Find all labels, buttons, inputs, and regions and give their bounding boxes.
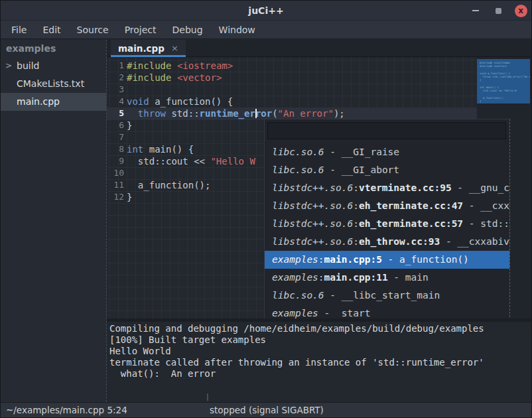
minimap-visible-region: #include <iostream> #include <vector> vo…: [477, 59, 530, 104]
backtrace-item[interactable]: examples:main.cpp:11 - main: [265, 269, 509, 287]
close-button[interactable]: x: [514, 4, 527, 17]
tree-item-label: build: [17, 60, 39, 71]
backtrace-item[interactable]: libstdc++.so.6:eh_terminate.cc:47 - __cx…: [265, 197, 509, 215]
backtrace-item[interactable]: libstdc++.so.6:eh_throw.cc:93 - __cxxabi…: [265, 233, 509, 251]
menu-item-file[interactable]: File: [3, 21, 34, 39]
terminal-output[interactable]: Compiling and debugging /home/eidheim/ex…: [107, 322, 531, 402]
titlebar[interactable]: juCi++ x: [1, 1, 531, 21]
app-window: juCi++ x FileEditSourceProjectDebugWindo…: [0, 0, 532, 418]
tree-item-label: CMakeLists.txt: [17, 78, 84, 89]
code-line-5: throw std::runtime_error("An error");: [127, 107, 345, 119]
tab-label: main.cpp: [118, 43, 165, 54]
editor-pane: main.cpp × 123456789101112 #include <ios…: [107, 40, 531, 402]
code-line-3: [127, 84, 345, 96]
backtrace-item[interactable]: examples:main.cpp:5 - a_function(): [265, 251, 509, 269]
menu-item-source[interactable]: Source: [69, 21, 117, 39]
window-title: juCi++: [1, 1, 531, 21]
line-number-gutter: 123456789101112: [107, 60, 124, 203]
backtrace-search-input[interactable]: [267, 122, 506, 139]
tree-item-label: main.cpp: [17, 96, 60, 107]
status-debug-state: stopped (signal SIGABRT): [210, 403, 324, 417]
tree-item-main-cpp[interactable]: main.cpp: [1, 93, 106, 111]
backtrace-item[interactable]: libc.so.6 - __GI_abort: [265, 161, 509, 179]
close-icon: x: [515, 5, 527, 17]
menu-item-project[interactable]: Project: [117, 21, 165, 39]
minimize-button[interactable]: [469, 4, 482, 17]
paned-handle[interactable]: [207, 393, 208, 401]
tree-item-cmakelists-txt[interactable]: CMakeLists.txt: [1, 75, 106, 93]
backtrace-popup: libc.so.6 - __GI_raiselibc.so.6 - __GI_a…: [264, 119, 510, 318]
menu-item-edit[interactable]: Edit: [34, 21, 68, 39]
restore-icon: [496, 8, 501, 14]
terminal-text: Compiling and debugging /home/eidheim/ex…: [109, 323, 531, 380]
tree-item-build[interactable]: >build: [1, 57, 106, 75]
minimap-code-preview: #include <iostream> #include <vector> vo…: [480, 61, 527, 104]
code-line-2: #include <vector>: [127, 72, 345, 84]
file-tree: >buildCMakeLists.txtmain.cpp: [1, 57, 106, 111]
project-name-header: examples: [1, 40, 106, 57]
tab-main-cpp[interactable]: main.cpp ×: [111, 40, 186, 56]
status-file-location: ~/examples/main.cpp 5:24: [6, 403, 127, 417]
backtrace-list: libc.so.6 - __GI_raiselibc.so.6 - __GI_a…: [265, 143, 509, 318]
statusbar: ~/examples/main.cpp 5:24 stopped (signal…: [1, 402, 531, 417]
menu-item-debug[interactable]: Debug: [165, 21, 211, 39]
backtrace-item[interactable]: libstdc++.so.6:eh_terminate.cc:57 - std:…: [265, 215, 509, 233]
backtrace-item[interactable]: libstdc++.so.6:vterminate.cc:95 - __gnu_…: [265, 179, 509, 197]
backtrace-item[interactable]: libc.so.6 - __libc_start_main: [265, 287, 509, 305]
menu-item-window[interactable]: Window: [211, 21, 263, 39]
menubar: FileEditSourceProjectDebugWindow: [1, 21, 531, 39]
backtrace-item[interactable]: examples - _start: [265, 305, 509, 318]
code-editor[interactable]: 123456789101112 #include <iostream>#incl…: [107, 57, 531, 318]
minimize-icon: [472, 10, 479, 11]
tabbar: main.cpp ×: [107, 40, 531, 57]
window-controls: x: [469, 1, 527, 21]
content-area: examples >buildCMakeLists.txtmain.cpp ma…: [1, 40, 531, 402]
restore-button[interactable]: [492, 4, 505, 17]
code-line-4: void a_function() {: [127, 96, 345, 107]
text-cursor: [255, 109, 257, 118]
code-line-1: #include <iostream>: [127, 60, 345, 72]
file-tree-sidebar[interactable]: examples >buildCMakeLists.txtmain.cpp: [1, 40, 107, 402]
tab-close-icon[interactable]: ×: [171, 43, 178, 53]
backtrace-item[interactable]: libc.so.6 - __GI_raise: [265, 143, 509, 161]
chevron-right-icon[interactable]: >: [5, 57, 15, 75]
